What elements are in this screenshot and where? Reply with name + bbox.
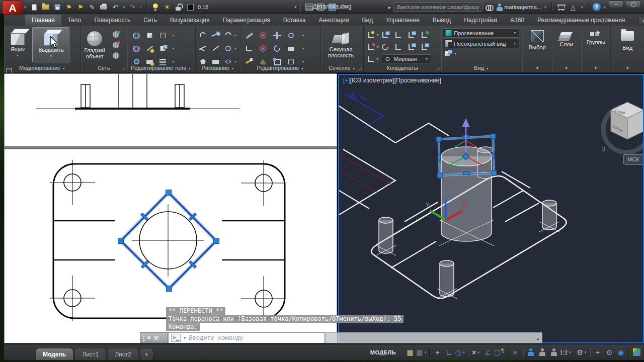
- subtract-icon[interactable]: [132, 44, 141, 53]
- ucs-3point-icon[interactable]: [420, 43, 429, 51]
- ellipse-icon[interactable]: [224, 58, 232, 64]
- app-logo[interactable]: A: [2, 1, 23, 15]
- help-icon[interactable]: ?: [593, 3, 601, 11]
- smooth-object-button[interactable]: Гладкий объект: [81, 27, 108, 62]
- window-maximize-button[interactable]: ▢: [626, 1, 641, 8]
- print-icon[interactable]: [99, 2, 109, 12]
- slice-icon[interactable]: [158, 44, 167, 53]
- 3d-align-icon[interactable]: [259, 57, 267, 66]
- line-icon[interactable]: [211, 44, 220, 53]
- tab-mesh[interactable]: Сеть: [137, 15, 164, 26]
- ucs-world-icon[interactable]: [420, 31, 429, 39]
- tab-annotate[interactable]: Аннотации: [312, 15, 355, 26]
- trim-icon[interactable]: [287, 44, 295, 53]
- panel-view-tools[interactable]: Вид ▾: [611, 26, 644, 72]
- tab-model[interactable]: Модель: [35, 348, 73, 360]
- panel-selection[interactable]: Выбор ▾: [522, 26, 552, 72]
- rectangle-icon[interactable]: [211, 57, 220, 66]
- isometric-drafting-toggle[interactable]: ×▾: [470, 347, 481, 358]
- annotation-monitor-toggle[interactable]: +: [592, 347, 603, 358]
- app-menu-arrow-icon[interactable]: ▾: [24, 5, 26, 10]
- pin-west[interactable]: [376, 217, 396, 255]
- view-cube[interactable]: Сзади Слева З: [602, 102, 643, 153]
- smooth-more-icon[interactable]: [112, 30, 120, 39]
- ucs-face-icon[interactable]: [367, 55, 375, 63]
- search-binoculars-icon[interactable]: [485, 2, 495, 12]
- named-view-select[interactable]: Несохраненный вид ▾: [443, 39, 519, 48]
- viewport-config-icon[interactable]: [443, 49, 452, 58]
- viewport-view-control[interactable]: [ЮЗ изометрия]: [350, 77, 394, 84]
- ucs-x-icon[interactable]: [367, 43, 375, 51]
- undo-icon[interactable]: ↶: [110, 2, 120, 12]
- new-layout-button[interactable]: +: [140, 348, 153, 360]
- rotate-icon[interactable]: [273, 44, 281, 53]
- window-minimize-button[interactable]: –: [609, 1, 624, 8]
- shell-icon[interactable]: [158, 31, 167, 40]
- object-snap-toggle[interactable]: ▢▾: [494, 347, 505, 358]
- section-plane-button[interactable]: Секущая плоскость: [321, 27, 361, 62]
- redo-dropdown-icon[interactable]: ▾: [139, 5, 143, 10]
- customization-button[interactable]: [631, 347, 642, 358]
- spline-icon[interactable]: [197, 29, 209, 41]
- fillet-edge-icon[interactable]: [145, 44, 154, 53]
- annotation-autoscale-toggle[interactable]: [537, 347, 548, 358]
- a360-dropdown-icon[interactable]: ▾: [580, 5, 584, 10]
- command-expand-icon[interactable]: ▴: [534, 333, 542, 343]
- redo-icon[interactable]: ↷: [127, 2, 137, 12]
- move-icon[interactable]: [273, 31, 281, 40]
- solid-history-icon[interactable]: [245, 31, 253, 40]
- intersect-icon[interactable]: [132, 57, 141, 66]
- separate-icon[interactable]: [145, 57, 154, 66]
- viewport-plus-control[interactable]: [+]: [343, 77, 350, 84]
- ucs-named-icon[interactable]: [381, 31, 389, 39]
- tab-manage[interactable]: Управление: [379, 15, 426, 26]
- model-space-indicator[interactable]: МОДЕЛЬ: [370, 349, 396, 355]
- matchprop-brush-icon[interactable]: [245, 57, 253, 66]
- edit-icon[interactable]: ✎: [87, 2, 97, 12]
- lineweight-swatch[interactable]: [185, 2, 195, 12]
- help-search-input[interactable]: Введите ключевое слово/фразу: [393, 3, 482, 12]
- transmit2-icon[interactable]: ⚑: [75, 2, 86, 12]
- infer-constraints-toggle[interactable]: +: [432, 347, 443, 358]
- drag-grip-icon[interactable]: [143, 335, 144, 341]
- tab-output[interactable]: Вывод: [426, 15, 457, 26]
- a360-icon[interactable]: △: [568, 2, 578, 12]
- sun-icon[interactable]: ☀: [162, 2, 172, 12]
- undo-dropdown-icon[interactable]: ▾: [122, 5, 126, 10]
- ucs-rotate-icon[interactable]: [381, 43, 389, 51]
- lineweight-toggle[interactable]: ≡: [510, 347, 521, 358]
- close-icon[interactable]: ×: [147, 333, 151, 343]
- smooth-less-icon[interactable]: [112, 41, 120, 49]
- box-button[interactable]: Ящик ▾: [5, 27, 30, 62]
- central-cylinder[interactable]: [439, 147, 494, 246]
- annotation-visibility-toggle[interactable]: [525, 347, 536, 358]
- smooth-refine-icon[interactable]: [112, 51, 120, 60]
- ucs-current-select[interactable]: Мировая ▾: [381, 54, 431, 63]
- command-line-handle[interactable]: × ⚒: [140, 332, 168, 343]
- imprint-icon[interactable]: [158, 57, 167, 66]
- section-dialog-launcher[interactable]: ◿: [359, 66, 362, 70]
- viewport-style-control[interactable]: [Просвечивание]: [394, 77, 441, 84]
- tab-layout1[interactable]: Лист1: [74, 348, 106, 360]
- tab-parametric[interactable]: Параметризация: [216, 15, 277, 26]
- tab-visualize[interactable]: Визуализация: [164, 15, 216, 26]
- tab-a360[interactable]: A360: [504, 15, 531, 26]
- scale-icon[interactable]: [273, 57, 281, 66]
- unlock-icon[interactable]: [174, 2, 184, 12]
- tab-insert[interactable]: Вставка: [277, 15, 312, 26]
- tab-layout2[interactable]: Лист2: [107, 348, 139, 360]
- tab-addins[interactable]: Надстройки: [457, 15, 504, 26]
- annotation-scale-select[interactable]: 1:2▾: [560, 347, 572, 358]
- tab-main[interactable]: Главная: [25, 15, 61, 26]
- workspace-gear-select[interactable]: ⚙▾: [577, 347, 588, 358]
- arc-icon[interactable]: [224, 31, 232, 40]
- ucs-z-icon[interactable]: [407, 43, 416, 51]
- grid-display-toggle[interactable]: ▦: [405, 347, 416, 358]
- viewport-front-view[interactable]: [4, 73, 337, 146]
- visual-style-select[interactable]: Просвечивание ▾: [443, 28, 519, 38]
- ucs-origin-icon[interactable]: [394, 43, 403, 51]
- tab-view[interactable]: Вид: [355, 15, 379, 26]
- chamfer-icon[interactable]: [245, 44, 253, 53]
- transmit-icon[interactable]: ⚑: [64, 2, 74, 12]
- ribbon-collapse-button[interactable]: ▲▾: [638, 16, 644, 24]
